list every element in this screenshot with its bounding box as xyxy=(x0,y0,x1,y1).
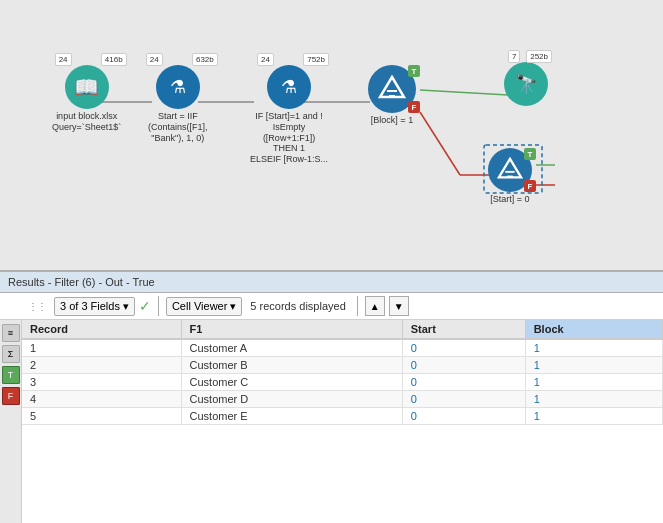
cell-record: 3 xyxy=(22,374,181,391)
cell-start: 0 xyxy=(402,339,525,357)
cell-block: 1 xyxy=(525,374,662,391)
results-toolbar: ⋮⋮ 3 of 3 Fields ▾ ✓ Cell Viewer ▾ 5 rec… xyxy=(0,293,663,320)
table-row: 2 Customer B 0 1 xyxy=(22,357,663,374)
nav-down-icon: ▼ xyxy=(394,301,404,312)
toolbar-divider2 xyxy=(357,296,358,316)
table-row: 1 Customer A 0 1 xyxy=(22,339,663,357)
formula1-node[interactable]: ⚗ 24 632b Start = IIF(Contains([F1],"Ban… xyxy=(148,65,208,143)
toolbar-divider xyxy=(158,296,159,316)
filter1-f-badge: F xyxy=(408,101,420,113)
cell-start: 0 xyxy=(402,374,525,391)
input-badge-size: 416b xyxy=(101,53,127,66)
formula1-badge-size: 632b xyxy=(192,53,218,66)
fields-chevron: ▾ xyxy=(123,300,129,313)
cell-viewer-label: Cell Viewer xyxy=(172,300,227,312)
col-f1: F1 xyxy=(181,320,402,339)
results-table-wrapper: Record F1 Start Block 1 Customer A 0 1 2… xyxy=(22,320,663,523)
cell-block: 1 xyxy=(525,391,662,408)
filter2-f-badge: F xyxy=(524,180,536,192)
table-row: 3 Customer C 0 1 xyxy=(22,374,663,391)
table-row: 5 Customer E 0 1 xyxy=(22,408,663,425)
formula2-label: IF [Start]=1 and !IsEmpty([Row+1:F1])THE… xyxy=(250,111,328,165)
side-icon-list[interactable]: ≡ xyxy=(2,324,20,342)
results-header: Results - Filter (6) - Out - True xyxy=(0,272,663,293)
cell-block: 1 xyxy=(525,339,662,357)
filter1-node[interactable]: T F [Block] = 1 xyxy=(368,65,416,126)
input-label: input block.xlsxQuery=`Sheet1$` xyxy=(52,111,121,133)
cell-record: 2 xyxy=(22,357,181,374)
cell-record: 5 xyxy=(22,408,181,425)
browse-badge-count: 7 xyxy=(508,50,520,63)
input-node[interactable]: 📖 24 416b input block.xlsxQuery=`Sheet1$… xyxy=(52,65,121,133)
svg-marker-12 xyxy=(499,159,521,178)
fields-label: 3 of 3 Fields xyxy=(60,300,120,312)
side-icons-panel: ≡ Σ T F xyxy=(0,320,22,523)
cell-record: 1 xyxy=(22,339,181,357)
cell-start: 0 xyxy=(402,408,525,425)
filter2-node[interactable]: T F [Start] = 0 xyxy=(488,148,532,205)
cell-f1: Customer B xyxy=(181,357,402,374)
col-block: Block xyxy=(525,320,662,339)
checkmark-icon: ✓ xyxy=(139,298,151,314)
canvas-area: 📖 24 416b input block.xlsxQuery=`Sheet1$… xyxy=(0,0,663,270)
col-start: Start xyxy=(402,320,525,339)
svg-marker-9 xyxy=(380,77,404,97)
cell-start: 0 xyxy=(402,357,525,374)
side-icon-sigma[interactable]: Σ xyxy=(2,345,20,363)
nav-up-button[interactable]: ▲ xyxy=(365,296,385,316)
results-table: Record F1 Start Block 1 Customer A 0 1 2… xyxy=(22,320,663,425)
formula2-node[interactable]: ⚗ 24 752b IF [Start]=1 and !IsEmpty([Row… xyxy=(250,65,328,165)
cell-f1: Customer C xyxy=(181,374,402,391)
formula2-badge-size: 752b xyxy=(303,53,329,66)
col-record: Record xyxy=(22,320,181,339)
table-row: 4 Customer D 0 1 xyxy=(22,391,663,408)
cell-f1: Customer D xyxy=(181,391,402,408)
svg-line-4 xyxy=(420,112,460,175)
cell-viewer-chevron: ▾ xyxy=(230,300,236,313)
canvas-connections xyxy=(0,0,663,270)
cell-record: 4 xyxy=(22,391,181,408)
formula1-badge-count: 24 xyxy=(146,53,163,66)
formula1-label: Start = IIF(Contains([F1],"Bank"), 1, 0) xyxy=(148,111,208,143)
filter2-t-badge: T xyxy=(524,148,536,160)
cell-f1: Customer E xyxy=(181,408,402,425)
nav-down-button[interactable]: ▼ xyxy=(389,296,409,316)
side-icon-f[interactable]: F xyxy=(2,387,20,405)
input-badge-count: 24 xyxy=(55,53,72,66)
cell-f1: Customer A xyxy=(181,339,402,357)
svg-line-3 xyxy=(420,90,508,95)
browse-node[interactable]: 🔭 7 252b xyxy=(504,62,548,106)
records-count: 5 records displayed xyxy=(250,300,345,312)
side-icon-t[interactable]: T xyxy=(2,366,20,384)
filter2-label: [Start] = 0 xyxy=(490,194,529,205)
cell-block: 1 xyxy=(525,408,662,425)
filter1-label: [Block] = 1 xyxy=(371,115,413,126)
drag-handle: ⋮⋮ xyxy=(28,301,46,312)
formula2-badge-count: 24 xyxy=(257,53,274,66)
cell-start: 0 xyxy=(402,391,525,408)
browse-badge-size: 252b xyxy=(526,50,552,63)
table-area: ≡ Σ T F Record F1 Start Block 1 Customer… xyxy=(0,320,663,523)
nav-up-icon: ▲ xyxy=(370,301,380,312)
cell-viewer-button[interactable]: Cell Viewer ▾ xyxy=(166,297,242,316)
results-panel: Results - Filter (6) - Out - True ⋮⋮ 3 o… xyxy=(0,270,663,523)
fields-button[interactable]: 3 of 3 Fields ▾ xyxy=(54,297,135,316)
filter1-t-badge: T xyxy=(408,65,420,77)
cell-block: 1 xyxy=(525,357,662,374)
